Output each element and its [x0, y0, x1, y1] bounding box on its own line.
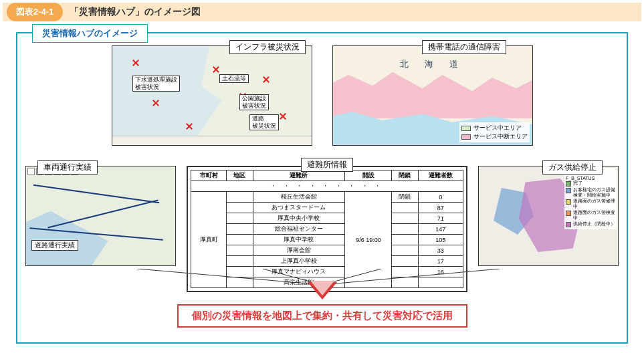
evac-count: 87 [418, 203, 463, 213]
map-toolbar [112, 136, 312, 145]
table-row: あつまスタードーム87 [191, 203, 463, 213]
svg-line-3 [322, 269, 500, 285]
evac-shelter: 厚真中央小学校 [253, 213, 345, 224]
damage-marker-icon [152, 100, 159, 106]
evac-col: 市町村 [191, 170, 227, 181]
down-arrow-icon-inner [310, 281, 334, 296]
panel-evac: 避難所情報 市町村地区避難所開設閉鎖避難者数 ・ ・ ・ ・ ・ ・ ・ ・ ・… [187, 166, 467, 279]
gas-legend-sub: F_B_STATUS [566, 176, 615, 181]
mobile-legend: サービス中エリア サービス中断エリア [459, 122, 530, 142]
evac-ellipsis: ・ ・ ・ ・ ・ ・ ・ ・ ・ [191, 181, 463, 192]
panel-gas-label: ガス供給停止 [542, 160, 603, 174]
evac-shelter: 桜丘生活会館 [253, 192, 345, 203]
panel-gas: ガス供給停止 現在復旧状況 F_B_STATUS 完了 お客様宅のガス設備検査・… [478, 166, 619, 279]
table-row: 上厚真小学校17 [191, 256, 463, 267]
damage-marker-icon [213, 66, 219, 73]
panel-infra: インフラ被災状況 下水道処理施設 被害状況 土石流等 公園施設 被害状況 道路 … [112, 45, 312, 152]
evac-count: 17 [418, 256, 463, 267]
evac-count: 71 [418, 213, 463, 224]
gas-legend: 現在復旧状況 F_B_STATUS 完了 お客様宅のガス設備検査・開栓実施中 道… [564, 168, 617, 229]
gas-map: 現在復旧状況 F_B_STATUS 完了 お客様宅のガス設備検査・開栓実施中 道… [478, 166, 619, 266]
gas-lg-pipe2: 道路面のガス管検査中 [573, 210, 615, 221]
table-row: 総合福祉センター147 [191, 224, 463, 235]
figure-number-chip: 図表2-4-1 [7, 3, 63, 21]
evac-count: 147 [418, 224, 463, 235]
evac-shelter: 厚南会館 [253, 245, 345, 256]
mobile-map: 北 海 道 サービス中エリア サービス中断エリア [332, 45, 533, 146]
panel-evac-label: 避難所情報 [301, 158, 353, 172]
table-row: 厚真町桜丘生活会館9/6 19:00閉鎖0 [191, 192, 463, 203]
panel-mobile: 携帯電話の通信障害 北 海 道 サービス中エリア サービス中断エリア [332, 45, 533, 152]
panel-mobile-label: 携帯電話の通信障害 [422, 40, 506, 54]
region-label: 北 海 道 [400, 58, 464, 70]
infra-map: 下水道処理施設 被害状況 土石流等 公園施設 被害状況 道路 被災状況 [112, 45, 312, 146]
evac-shelter: 厚真中学校 [253, 235, 345, 245]
pin-sewage: 下水道処理施設 被害状況 [132, 76, 180, 92]
damage-marker-icon [132, 60, 139, 66]
figure-title: 「災害情報ハブ」のイメージ図 [70, 6, 201, 18]
pin-road: 道路 被災状況 [249, 114, 279, 130]
hub-frame: 災害情報ハブのイメージ インフラ被災状況 下水道処理施設 被害状況 土石流等 公… [16, 32, 628, 344]
gas-lg-pipe1: 道路面のガス管修理中 [573, 199, 615, 209]
evac-col: 閉鎖 [392, 170, 418, 181]
table-row: 厚南会館33 [191, 245, 463, 256]
panel-traffic-label: 車両通行実績 [37, 160, 98, 174]
table-row: 厚真中央小学校71 [191, 213, 463, 224]
evac-col: 地区 [227, 170, 253, 181]
evac-shelter: 上厚真小学校 [253, 256, 345, 267]
evac-count: 105 [418, 235, 463, 245]
evac-count: 0 [418, 192, 463, 203]
legend-down: サービス中断エリア [473, 132, 528, 141]
traffic-map: 道路通行実績 [25, 166, 176, 266]
gas-lg-cust: お客様宅のガス設備検査・開栓実施中 [573, 187, 615, 198]
damage-marker-icon [280, 113, 286, 120]
gas-lg-stop: 供給停止（閉栓中） [573, 221, 615, 227]
evac-col: 避難者数 [418, 170, 463, 181]
road-badge: 道路通行実績 [31, 240, 78, 251]
svg-line-0 [137, 269, 322, 285]
damage-marker-icon [186, 123, 193, 130]
frame-tab: 災害情報ハブのイメージ [32, 24, 148, 43]
gas-lg-done: 完了 [573, 181, 582, 186]
summary-banner: 個別の災害情報を地図上で集約・共有して災害対応で活用 [177, 304, 467, 328]
legend-ok: サービス中エリア [473, 124, 522, 132]
evac-shelter: あつまスタードーム [253, 203, 345, 213]
pin-debris: 土石流等 [219, 74, 249, 83]
panel-infra-label: インフラ被災状況 [229, 40, 306, 54]
table-row: 厚真中学校105 [191, 235, 463, 245]
pin-park: 公園施設 被害状況 [239, 94, 269, 110]
damage-marker-icon [263, 76, 270, 83]
evac-count: 33 [418, 245, 463, 256]
panel-traffic: 車両通行実績 道路通行実績 [25, 166, 176, 279]
evac-shelter: 総合福祉センター [253, 224, 345, 235]
figure-header: 図表2-4-1 「災害情報ハブ」のイメージ図 [3, 3, 641, 21]
